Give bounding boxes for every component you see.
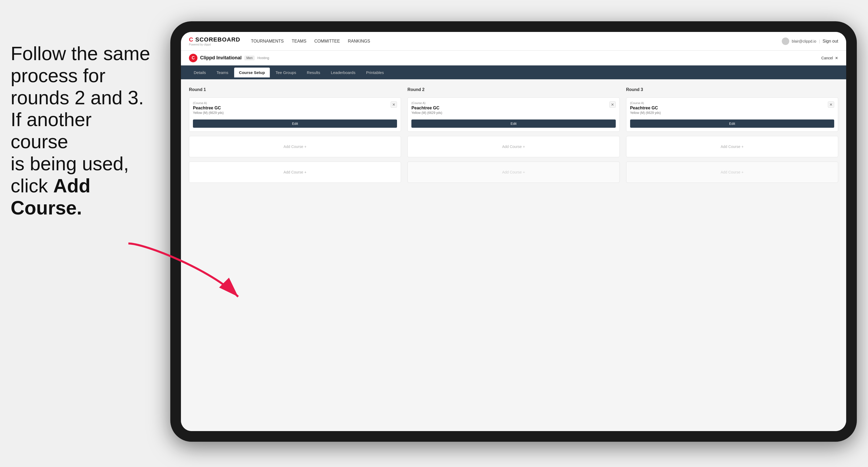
sign-out-link[interactable]: Sign out bbox=[823, 38, 838, 45]
round-2-course-card: (Course A) Peachtree GC Yellow (M) (6629… bbox=[407, 97, 619, 132]
add-course-button-r2[interactable]: Add Course+ bbox=[407, 136, 619, 157]
tournament-name-area: C Clippd Invitational Men Hosting bbox=[189, 54, 269, 62]
add-course-extra-r3: Add Course+ bbox=[626, 161, 838, 183]
add-course-extra-r1[interactable]: Add Course+ bbox=[189, 161, 401, 183]
cancel-area: Cancel ✕ bbox=[822, 56, 838, 60]
delete-course-button-r2[interactable]: ✕ bbox=[609, 101, 616, 108]
add-course-button-r1[interactable]: Add Course+ bbox=[189, 136, 401, 157]
tournament-hosting: Hosting bbox=[257, 56, 269, 60]
tab-printables[interactable]: Printables bbox=[361, 68, 389, 77]
round-2-column: Round 2 (Course A) Peachtree GC Yellow (… bbox=[407, 87, 619, 183]
nav-committee[interactable]: COMMITTEE bbox=[314, 38, 340, 45]
course-a-label-r3: (Course A) bbox=[630, 101, 828, 104]
course-name: Peachtree GC bbox=[193, 106, 391, 111]
tournament-badge: Men bbox=[244, 56, 255, 60]
cancel-x-icon: ✕ bbox=[835, 56, 838, 60]
top-nav: C SCOREBOARD Powered by clippd TOURNAMEN… bbox=[181, 32, 846, 51]
add-course-plus-r1: + bbox=[304, 145, 307, 149]
course-name-r2: Peachtree GC bbox=[411, 106, 609, 111]
course-a-label-r2: (Course A) bbox=[411, 101, 609, 104]
tablet-screen: C SCOREBOARD Powered by clippd TOURNAMEN… bbox=[181, 32, 846, 431]
course-card-header-r2: (Course A) Peachtree GC Yellow (M) (6629… bbox=[411, 101, 616, 117]
user-email: blair@clippd.io bbox=[792, 39, 816, 43]
course-a-label: (Course A) bbox=[193, 101, 391, 104]
tab-details[interactable]: Details bbox=[189, 68, 211, 77]
tournament-logo: C bbox=[189, 54, 197, 62]
scoreboard-logo: C SCOREBOARD bbox=[189, 36, 240, 43]
nav-divider: | bbox=[819, 39, 820, 43]
course-details-r2: Yellow (M) (6629 yds) bbox=[411, 111, 609, 115]
add-course-label-r3: Add Course+ bbox=[721, 145, 743, 149]
tab-results[interactable]: Results bbox=[302, 68, 325, 77]
edit-course-button[interactable]: Edit bbox=[193, 120, 397, 128]
edit-course-button-r3[interactable]: Edit bbox=[630, 120, 834, 128]
course-card-header: (Course A) Peachtree GC Yellow (M) (6629… bbox=[193, 101, 397, 117]
round-1-title: Round 1 bbox=[189, 87, 401, 92]
tab-course-setup[interactable]: Course Setup bbox=[234, 68, 270, 77]
tab-tee-groups[interactable]: Tee Groups bbox=[271, 68, 301, 77]
course-details: Yellow (M) (6629 yds) bbox=[193, 111, 391, 115]
round-3-course-card: (Course A) Peachtree GC Yellow (M) (6629… bbox=[626, 97, 838, 132]
delete-course-button[interactable]: ✕ bbox=[391, 101, 397, 108]
nav-right: blair@clippd.io | Sign out bbox=[782, 37, 838, 45]
course-card-header-r3: (Course A) Peachtree GC Yellow (M) (6629… bbox=[630, 101, 834, 117]
logo-sub: Powered by clippd bbox=[189, 43, 240, 46]
add-course-extra-r2: Add Course+ bbox=[407, 161, 619, 183]
nav-tournaments[interactable]: TOURNAMENTS bbox=[251, 38, 284, 45]
delete-course-button-r3[interactable]: ✕ bbox=[828, 101, 834, 108]
logo-c-letter: C bbox=[189, 36, 193, 43]
course-info-r3: (Course A) Peachtree GC Yellow (M) (6629… bbox=[630, 101, 828, 117]
add-course-extra-label-r2: Add Course+ bbox=[502, 170, 525, 174]
add-course-label-r2: Add Course+ bbox=[502, 145, 525, 149]
user-avatar bbox=[782, 37, 789, 45]
tournament-bar: C Clippd Invitational Men Hosting Cancel… bbox=[181, 51, 846, 65]
instruction-text: Follow the same process for rounds 2 and… bbox=[0, 42, 165, 219]
main-content: Round 1 (Course A) Peachtree GC Yellow (… bbox=[181, 79, 846, 431]
add-course-label-r1: Add Course+ bbox=[284, 145, 307, 149]
course-info-r2: (Course A) Peachtree GC Yellow (M) (6629… bbox=[411, 101, 609, 117]
round-1-column: Round 1 (Course A) Peachtree GC Yellow (… bbox=[189, 87, 401, 183]
round-3-column: Round 3 (Course A) Peachtree GC Yellow (… bbox=[626, 87, 838, 183]
round-1-course-card: (Course A) Peachtree GC Yellow (M) (6629… bbox=[189, 97, 401, 132]
tournament-name: Clippd Invitational bbox=[200, 55, 242, 61]
add-course-button-r3[interactable]: Add Course+ bbox=[626, 136, 838, 157]
round-2-title: Round 2 bbox=[407, 87, 619, 92]
tab-teams[interactable]: Teams bbox=[212, 68, 233, 77]
logo-area: C SCOREBOARD Powered by clippd bbox=[189, 36, 240, 46]
tab-nav: Details Teams Course Setup Tee Groups Re… bbox=[181, 65, 846, 79]
cancel-button[interactable]: Cancel ✕ bbox=[822, 56, 838, 60]
course-name-r3: Peachtree GC bbox=[630, 106, 828, 111]
nav-teams[interactable]: TEAMS bbox=[292, 38, 306, 45]
course-details-r3: Yellow (M) (6629 yds) bbox=[630, 111, 828, 115]
nav-links: TOURNAMENTS TEAMS COMMITTEE RANKINGS bbox=[251, 38, 782, 45]
course-info: (Course A) Peachtree GC Yellow (M) (6629… bbox=[193, 101, 391, 117]
round-3-title: Round 3 bbox=[626, 87, 838, 92]
tab-leaderboards[interactable]: Leaderboards bbox=[326, 68, 360, 77]
add-course-extra-label-r1: Add Course+ bbox=[284, 170, 307, 174]
rounds-container: Round 1 (Course A) Peachtree GC Yellow (… bbox=[189, 87, 838, 183]
nav-rankings[interactable]: RANKINGS bbox=[348, 38, 370, 45]
edit-course-button-r2[interactable]: Edit bbox=[411, 120, 616, 128]
add-course-extra-label-r3: Add Course+ bbox=[721, 170, 743, 174]
tablet: C SCOREBOARD Powered by clippd TOURNAMEN… bbox=[170, 21, 857, 442]
